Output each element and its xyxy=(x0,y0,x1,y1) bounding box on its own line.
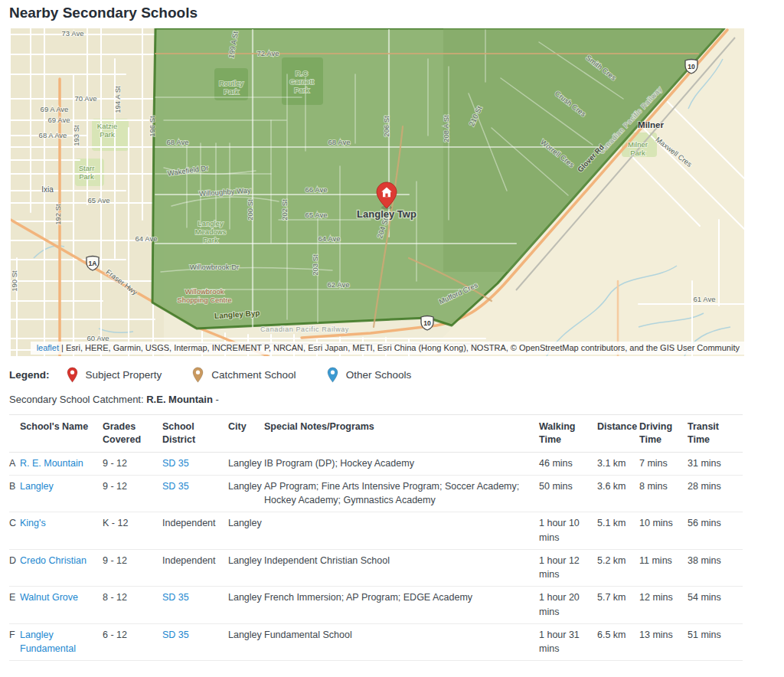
highway-shield-badge: 10 xyxy=(421,316,433,331)
transit-time: 56 mins xyxy=(688,512,743,550)
map-label: Ixia xyxy=(41,185,54,194)
distance: 5.7 km xyxy=(597,587,639,624)
map-label: 196 St xyxy=(148,116,156,137)
catchment-summary: Secondary School Catchment: R.E. Mountai… xyxy=(9,394,775,405)
other-schools-pin-icon xyxy=(327,367,338,383)
legend-label: Other Schools xyxy=(346,369,412,381)
distance: 5.1 km xyxy=(597,512,639,550)
attribution-text: | Esri, HERE, Garmin, USGS, Intermap, IN… xyxy=(59,343,740,352)
special-notes: IB Program (DP); Hockey Academy xyxy=(264,452,539,475)
catchment-suffix: - xyxy=(213,394,219,405)
school-link-cell: R. E. Mountain xyxy=(20,452,103,475)
map-label: 66 Ave xyxy=(305,185,328,194)
district-link[interactable]: SD 35 xyxy=(162,592,189,603)
column-header: Walking Time xyxy=(539,415,597,453)
highway-shield-badge: 1A xyxy=(87,257,99,271)
leaflet-link[interactable]: leaflet xyxy=(37,343,59,352)
special-notes: Independent Christian School xyxy=(264,549,539,587)
district-link[interactable]: SD 35 xyxy=(162,458,189,469)
map-canvas: 73 Ave72 Ave70 Ave69 A Ave69 Ave68 A Ave… xyxy=(11,28,744,356)
walking-time: 1 hour 20 mins xyxy=(539,587,597,624)
map-label: Wil\owbrook Dr xyxy=(190,263,239,271)
transit-time: 28 mins xyxy=(688,475,743,512)
row-letter: C xyxy=(9,512,20,550)
map-label: 68 A Ave xyxy=(39,131,67,139)
city: Langley xyxy=(228,587,264,624)
special-notes: AP Program; Fine Arts Intensive Program;… xyxy=(264,475,539,512)
map-label: 192 St xyxy=(54,204,62,225)
school-link-cell: Langley xyxy=(20,475,103,512)
map-label: 68 Ave xyxy=(167,138,189,146)
driving-time: 12 mins xyxy=(639,587,688,624)
district-link[interactable]: SD 35 xyxy=(162,630,189,640)
district: Independent xyxy=(162,549,228,587)
table-row: FLangley Fundamental6 - 12SD 35LangleyFu… xyxy=(9,623,743,661)
schools-table: School's NameGrades CoveredSchool Distri… xyxy=(9,414,743,661)
table-row: DCredo Christian9 - 12IndependentLangley… xyxy=(9,549,743,587)
row-letter: A xyxy=(9,452,20,475)
map-label: KatziePark xyxy=(97,122,117,139)
table-header-row: School's NameGrades CoveredSchool Distri… xyxy=(9,415,743,453)
grades-covered: 8 - 12 xyxy=(103,587,162,624)
map-label: MilnerPark xyxy=(628,140,648,157)
driving-time: 8 mins xyxy=(639,475,688,512)
school-link[interactable]: King's xyxy=(20,518,46,528)
school-link[interactable]: Credo Christian xyxy=(20,555,87,566)
map-label: 64 Ave xyxy=(318,234,341,243)
school-link[interactable]: R. E. Mountain xyxy=(20,458,83,469)
map-label: 61 Ave xyxy=(694,295,716,303)
walking-time: 1 hour 10 mins xyxy=(539,512,597,550)
map-label: 68 Ave xyxy=(328,138,351,146)
school-link-cell: Walnut Grove xyxy=(20,587,103,624)
map-label: WillowbrookShopping Centre xyxy=(177,287,231,304)
catchment-school-pin-icon xyxy=(192,367,204,383)
city: Langley xyxy=(228,623,264,661)
city: Langley xyxy=(228,452,264,475)
map[interactable]: 73 Ave72 Ave70 Ave69 A Ave69 Ave68 A Ave… xyxy=(11,28,744,356)
driving-time: 7 mins xyxy=(639,452,688,475)
district-link-cell: SD 35 xyxy=(162,587,228,624)
map-label: 64 Ave xyxy=(136,234,158,243)
legend: Legend: Subject Property Catchment Schoo… xyxy=(9,367,775,383)
row-letter: F xyxy=(9,623,20,661)
map-label: 70 Ave xyxy=(75,94,97,103)
district-link[interactable]: SD 35 xyxy=(162,481,189,492)
map-label: 69 Ave xyxy=(48,116,70,124)
map-attribution: leaflet | Esri, HERE, Garmin, USGS, Inte… xyxy=(31,342,744,355)
driving-time: 13 mins xyxy=(639,623,688,661)
grades-covered: 9 - 12 xyxy=(103,475,162,512)
map-label: 206 St xyxy=(382,116,390,137)
walking-time: 50 mins xyxy=(539,475,597,512)
column-header: School District xyxy=(162,415,228,453)
table-row: EWalnut Grove8 - 12SD 35LangleyFrench Im… xyxy=(9,587,743,624)
district-link-cell: SD 35 xyxy=(162,623,228,661)
school-link[interactable]: Langley xyxy=(20,481,54,492)
column-header: Distance xyxy=(597,415,639,453)
svg-text:1A: 1A xyxy=(89,260,97,267)
row-letter: D xyxy=(9,549,20,587)
grades-covered: 9 - 12 xyxy=(103,452,162,475)
distance: 3.6 km xyxy=(597,475,639,512)
school-link[interactable]: Langley Fundamental xyxy=(20,630,76,655)
map-label: 190 St xyxy=(11,270,18,292)
table-row: CKing'sK - 12IndependentLangley1 hour 10… xyxy=(9,512,743,550)
legend-label: Subject Property xyxy=(86,369,162,381)
map-label: StarrPark xyxy=(79,164,95,181)
school-link[interactable]: Walnut Grove xyxy=(20,592,78,603)
column-header: Special Notes/Programs xyxy=(264,415,539,453)
map-label: 202 St xyxy=(280,199,289,221)
special-notes xyxy=(264,512,539,550)
distance: 3.1 km xyxy=(597,452,639,475)
svg-text:10: 10 xyxy=(688,63,695,70)
table-row: BLangley9 - 12SD 35LangleyAP Program; Fi… xyxy=(9,475,743,512)
map-label: 208 A St xyxy=(442,115,450,142)
grades-covered: 9 - 12 xyxy=(103,549,162,587)
school-link-cell: Credo Christian xyxy=(20,549,103,587)
driving-time: 10 mins xyxy=(639,512,688,550)
legend-label: Catchment School xyxy=(211,369,296,381)
map-label: 193 St xyxy=(72,125,80,146)
walking-time: 1 hour 12 mins xyxy=(539,549,597,587)
transit-time: 38 mins xyxy=(688,549,743,587)
map-label: 72 Ave xyxy=(257,49,279,57)
district-link-cell: SD 35 xyxy=(162,475,228,512)
